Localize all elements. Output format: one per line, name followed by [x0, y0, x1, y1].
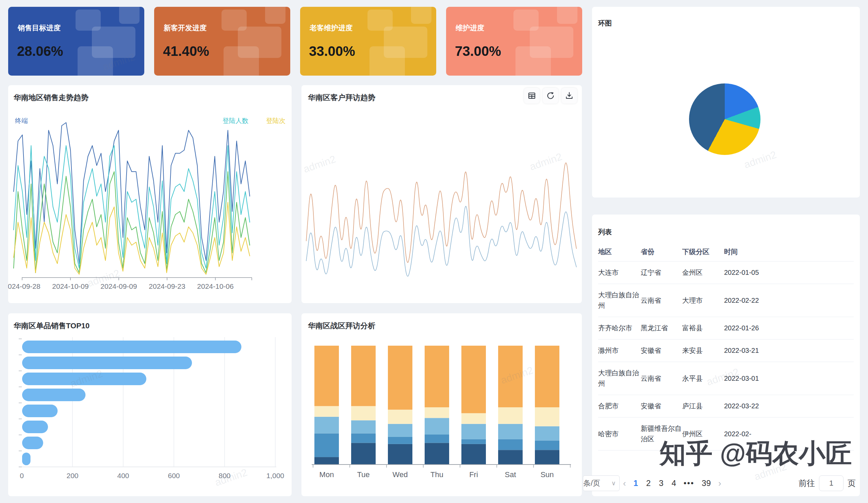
table-cell: 滁州市	[598, 340, 641, 362]
top10-card: 华南区单品销售TOP10 02004006008001,000	[8, 313, 292, 496]
table-cell: 2022-03-21	[724, 340, 854, 362]
svg-text:Sat: Sat	[505, 470, 516, 479]
page-button-2[interactable]: 2	[642, 479, 655, 488]
kpi-value: 73.00%	[455, 43, 501, 59]
svg-text:2024-09-23: 2024-09-23	[149, 282, 185, 290]
table-cell: 2022-03-01	[724, 362, 854, 395]
svg-text:Sun: Sun	[540, 470, 554, 479]
stacked-visit-card: 华南区战区拜访分析 MonTueWedThuFriSatSun	[301, 313, 582, 496]
table-cell: 2022-01-26	[724, 317, 854, 340]
next-page-button[interactable]: ›	[715, 478, 725, 489]
sales-trend-chart[interactable]: 2024-09-282024-10-092024-09-092024-09-23…	[8, 85, 292, 303]
kpi-value: 28.06%	[17, 43, 63, 59]
list-title: 列表	[598, 228, 612, 237]
table-cell: 大连市	[598, 262, 641, 284]
pagination: 条/页 ∨ ‹ 1234 ••• 39 › 前往 页	[583, 475, 856, 491]
table-cell: 庐江县	[682, 395, 724, 418]
kpi-value: 41.40%	[163, 43, 209, 59]
table-cell: 新疆维吾尔自治区	[641, 418, 682, 451]
table-cell: 大理市	[682, 284, 724, 317]
table-column-header: 时间	[724, 242, 854, 262]
table-column-header: 下级分区	[682, 242, 724, 262]
prev-page-button[interactable]: ‹	[620, 478, 630, 489]
visit-trend-card: 华南区客户拜访趋势	[301, 85, 582, 303]
table-row: 滁州市安徽省来安县2022-03-21	[598, 340, 854, 362]
table-cell: 2022-02-	[724, 418, 854, 451]
page-button-3[interactable]: 3	[655, 479, 667, 488]
stacked-bar-chart[interactable]: MonTueWedThuFriSatSun	[301, 313, 582, 496]
table-cell: 大理白族自治州	[598, 362, 641, 395]
chevron-down-icon: ∨	[611, 480, 616, 487]
table-cell: 云南省	[641, 284, 682, 317]
svg-text:800: 800	[218, 472, 230, 480]
goto-label: 前往	[798, 478, 815, 489]
top10-bar-chart[interactable]: 02004006008001,000	[8, 313, 292, 496]
page-suffix-label: 页	[848, 478, 856, 489]
kpi-card-1: 新客开发进度41.40%	[154, 7, 290, 76]
table-header-row: 地区省份下级分区时间	[598, 242, 854, 262]
table-column-header: 地区	[598, 242, 641, 262]
table-row: 大理白族自治州云南省大理市2022-02-22	[598, 284, 854, 317]
page-button-last[interactable]: 39	[698, 479, 715, 488]
pie-card: 环图	[592, 7, 860, 198]
page-size-value: 条/页	[583, 478, 600, 489]
svg-text:0: 0	[20, 472, 24, 480]
table-cell: 2022-01-05	[724, 262, 854, 284]
svg-text:Tue: Tue	[357, 470, 370, 479]
sales-trend-card: 华南地区销售走势趋势 终端 登陆人数 登陆次 2024-09-282024-10…	[8, 85, 292, 303]
table-column-header: 省份	[641, 242, 682, 262]
table-cell: 来安县	[682, 340, 724, 362]
table-cell: 黑龙江省	[641, 317, 682, 340]
table-cell: 富裕县	[682, 317, 724, 340]
table-row: 哈密市新疆维吾尔自治区伊州区2022-02-	[598, 418, 854, 451]
table-row: 大理白族自治州云南省永平县2022-03-01	[598, 362, 854, 395]
svg-text:Thu: Thu	[431, 470, 443, 479]
svg-text:Fri: Fri	[469, 470, 478, 479]
table-row: 齐齐哈尔市黑龙江省富裕县2022-01-26	[598, 317, 854, 340]
svg-text:1,000: 1,000	[266, 472, 285, 480]
kpi-title: 老客维护进度	[310, 23, 352, 33]
page-size-select[interactable]: 条/页 ∨	[583, 475, 620, 491]
list-card: 列表 地区省份下级分区时间 大连市辽宁省金州区2022-01-05大理白族自治州…	[592, 214, 860, 496]
table-cell: 2022-03-22	[724, 395, 854, 418]
visit-trend-chart[interactable]	[301, 85, 582, 303]
svg-text:600: 600	[168, 472, 180, 480]
svg-text:2024-09-28: 2024-09-28	[8, 282, 41, 290]
table-row: 大连市辽宁省金州区2022-01-05	[598, 262, 854, 284]
table-cell: 辽宁省	[641, 262, 682, 284]
svg-text:200: 200	[66, 472, 78, 480]
svg-text:Mon: Mon	[320, 470, 334, 479]
kpi-value: 33.00%	[309, 43, 355, 59]
table-row: 合肥市安徽省庐江县2022-03-22	[598, 395, 854, 418]
kpi-title: 销售目标进度	[18, 23, 61, 33]
goto-page-input[interactable]	[819, 475, 844, 491]
pie-title: 环图	[598, 19, 612, 28]
table-cell: 大理白族自治州	[598, 284, 641, 317]
table-cell: 安徽省	[641, 395, 682, 418]
table-cell: 云南省	[641, 362, 682, 395]
table-cell: 2022-02-22	[724, 284, 854, 317]
kpi-card-2: 老客维护进度33.00%	[300, 7, 436, 76]
kpi-card-3: 维护进度73.00%	[446, 7, 582, 76]
svg-text:400: 400	[117, 472, 129, 480]
svg-text:2024-10-09: 2024-10-09	[52, 282, 89, 290]
table-cell: 齐齐哈尔市	[598, 317, 641, 340]
region-table: 地区省份下级分区时间 大连市辽宁省金州区2022-01-05大理白族自治州云南省…	[598, 242, 854, 451]
table-cell: 永平县	[682, 362, 724, 395]
svg-text:2024-09-09: 2024-09-09	[100, 282, 137, 290]
kpi-title: 新客开发进度	[164, 23, 207, 33]
table-cell: 安徽省	[641, 340, 682, 362]
kpi-title: 维护进度	[456, 23, 484, 33]
svg-text:Wed: Wed	[393, 470, 408, 479]
svg-text:2024-10-06: 2024-10-06	[197, 282, 234, 290]
table-cell: 伊州区	[682, 418, 724, 451]
table-cell: 哈密市	[598, 418, 641, 451]
pages-ellipsis[interactable]: •••	[680, 479, 698, 488]
pie-chart[interactable]	[689, 83, 761, 155]
table-cell: 金州区	[682, 262, 724, 284]
page-button-1[interactable]: 1	[630, 479, 642, 488]
page-button-4[interactable]: 4	[668, 479, 680, 488]
kpi-card-0: 销售目标进度28.06%	[8, 7, 144, 76]
table-cell: 合肥市	[598, 395, 641, 418]
